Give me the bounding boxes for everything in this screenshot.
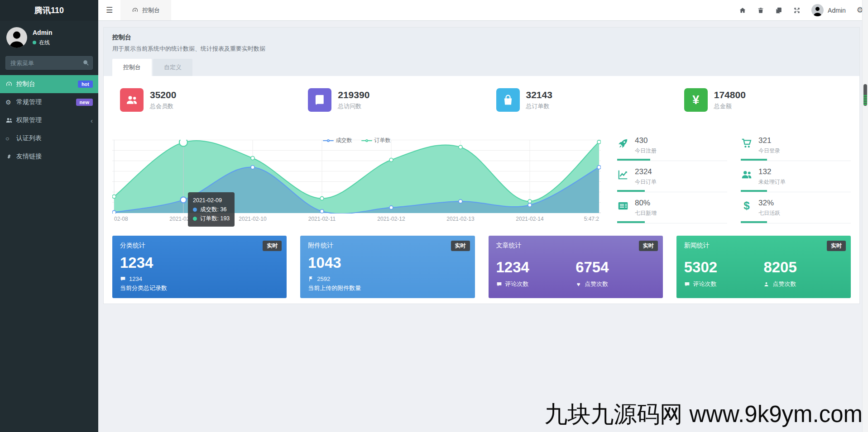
menu-search-input[interactable] xyxy=(5,56,93,70)
stat-总访问数: 219390总访问数 xyxy=(300,88,475,112)
page-subtitle: 用于展示当前系统中的统计数据、统计报表及重要实时数据 xyxy=(112,45,851,53)
stat-label: 总会员数 xyxy=(150,102,176,110)
scrollbar-thumb[interactable] xyxy=(863,84,867,106)
comment-icon xyxy=(684,281,690,287)
user-menu[interactable]: Admin xyxy=(811,4,846,16)
users-icon xyxy=(741,169,753,180)
ministat-label: 未处理订单 xyxy=(758,178,786,186)
ministat-value: 132 xyxy=(758,167,786,176)
ministat-七日活跃: $32%七日活跃 xyxy=(741,199,851,223)
legend-label: 订单数 xyxy=(374,137,391,144)
card-sub-value: 2592 xyxy=(317,275,330,282)
navbar-username: Admin xyxy=(828,7,846,14)
legend-item[interactable]: 成交数 xyxy=(323,137,352,144)
scrollbar-track[interactable] xyxy=(862,0,868,432)
summary-card-2: 文章统计实时1234评论次数6754♥点赞次数 xyxy=(489,236,663,298)
list-icon xyxy=(617,200,629,212)
page-title: 控制台 xyxy=(112,33,851,42)
legend-label: 成交数 xyxy=(336,137,352,144)
x-axis-label: 5:47:2 xyxy=(584,216,599,222)
progress-bar xyxy=(617,190,727,192)
sidebar-item-3[interactable]: ○认证列表 xyxy=(0,129,98,147)
online-dot-icon xyxy=(33,41,36,44)
navbar-tab-dashboard[interactable]: 控制台 xyxy=(120,0,171,20)
ministat-label: 今日订单 xyxy=(635,178,657,186)
card-metric-label: 点赞次数 xyxy=(772,280,796,288)
expand-icon[interactable] xyxy=(793,7,801,14)
x-axis-label: 02-08 xyxy=(114,216,128,222)
stats-row: 35200总会员数219390总访问数32143总订单数¥174800总金额 xyxy=(112,88,851,112)
ministat-value: 321 xyxy=(758,136,780,145)
sidebar-item-label: 权限管理 xyxy=(16,116,91,124)
user-status-label: 在线 xyxy=(39,39,50,47)
chart-legend[interactable]: 成交数订单数 xyxy=(323,137,391,144)
card-value: 8205 xyxy=(763,259,843,276)
user-status: 在线 xyxy=(33,39,53,47)
ministat-label: 七日活跃 xyxy=(758,209,780,217)
sidebar: 腾讯110 Admin 在线 控制台hot⚙常规管理new权限管理‹○认证列表友… xyxy=(0,0,98,432)
realtime-badge: 实时 xyxy=(827,241,846,251)
users-icon xyxy=(125,94,138,106)
chevron-left-icon: ‹ xyxy=(91,117,93,124)
sidebar-toggle-icon[interactable]: ☰ xyxy=(98,5,120,15)
x-axis: 02-082021-02-092021-02-102021-02-112021-… xyxy=(112,216,601,226)
sidebar-search xyxy=(5,56,93,70)
gauge-icon xyxy=(5,81,16,88)
legend-item[interactable]: 订单数 xyxy=(361,137,391,144)
stat-label: 总订单数 xyxy=(526,102,552,110)
chartline-icon xyxy=(617,169,629,180)
sidebar-item-label: 控制台 xyxy=(16,80,78,88)
sidebar-item-1[interactable]: ⚙常规管理new xyxy=(0,93,98,111)
card-title: 附件统计 xyxy=(308,242,467,250)
admin-dashboard: 腾讯110 Admin 在线 控制台hot⚙常规管理new权限管理‹○认证列表友… xyxy=(0,0,868,432)
users-icon xyxy=(5,117,16,124)
heart-icon: ♥ xyxy=(575,281,581,287)
card-caption: 当前上传的附件数量 xyxy=(308,284,467,292)
x-axis-label: 2021-02-11 xyxy=(308,216,336,222)
card-title: 分类统计 xyxy=(120,242,279,250)
ministat-label: 今日注册 xyxy=(635,147,657,155)
sidebar-item-label: 友情链接 xyxy=(16,152,93,161)
card-metric-label: 评论次数 xyxy=(505,280,529,288)
ministat-未处理订单: 132未处理订单 xyxy=(741,167,851,192)
x-axis-label: 2021-02-12 xyxy=(377,216,405,222)
home-icon[interactable] xyxy=(739,7,746,14)
card-value: 1043 xyxy=(308,254,467,271)
tooltip-row: 订单数: 193 xyxy=(200,214,230,223)
progress-bar xyxy=(741,221,851,223)
comment-icon xyxy=(120,276,126,282)
tab-1[interactable]: 自定义 xyxy=(153,59,192,76)
user-avatar xyxy=(6,27,27,48)
cart-icon xyxy=(741,138,753,149)
card-value: 5302 xyxy=(684,259,764,276)
ministat-label: 今日登录 xyxy=(758,147,780,155)
card-title: 文章统计 xyxy=(496,242,655,250)
menu-badge: hot xyxy=(78,81,93,88)
ministat-label: 七日新增 xyxy=(635,209,657,217)
cogs-icon: ⚙ xyxy=(5,99,16,106)
sidebar-item-4[interactable]: 友情链接 xyxy=(0,147,98,166)
sidebar-item-label: 认证列表 xyxy=(16,134,93,142)
chart-tooltip: 2021-02-09成交数: 36订单数: 193 xyxy=(188,192,235,227)
brand-title: 腾讯110 xyxy=(0,0,98,21)
circle-icon: ○ xyxy=(5,135,16,142)
ministat-七日新增: 80%七日新增 xyxy=(617,199,727,223)
sidebar-item-0[interactable]: 控制台hot xyxy=(0,75,98,93)
card-value: 1234 xyxy=(496,259,576,276)
dashboard-panel: 控制台 用于展示当前系统中的统计数据、统计报表及重要实时数据 控制台自定义 35… xyxy=(103,27,860,304)
stat-label: 总金额 xyxy=(714,102,746,110)
orders-chart[interactable]: 成交数订单数02-082021-02-092021-02-102021-02-1… xyxy=(112,140,601,226)
ministat-value: 2324 xyxy=(635,167,657,176)
trash-icon[interactable] xyxy=(757,7,764,14)
card-caption: 当前分类总记录数 xyxy=(120,284,279,292)
tooltip-row: 成交数: 36 xyxy=(200,205,226,214)
x-axis-label: 2021-02-14 xyxy=(516,216,543,222)
summary-card-1: 附件统计实时10432592当前上传的附件数量 xyxy=(300,236,475,298)
card-value: 6754 xyxy=(575,259,655,276)
x-axis-label: 2021-02-10 xyxy=(239,216,266,222)
sidebar-item-2[interactable]: 权限管理‹ xyxy=(0,111,98,129)
copy-icon[interactable] xyxy=(775,7,782,14)
bag-icon xyxy=(502,94,514,106)
search-icon xyxy=(82,59,89,66)
tab-0[interactable]: 控制台 xyxy=(112,59,152,76)
